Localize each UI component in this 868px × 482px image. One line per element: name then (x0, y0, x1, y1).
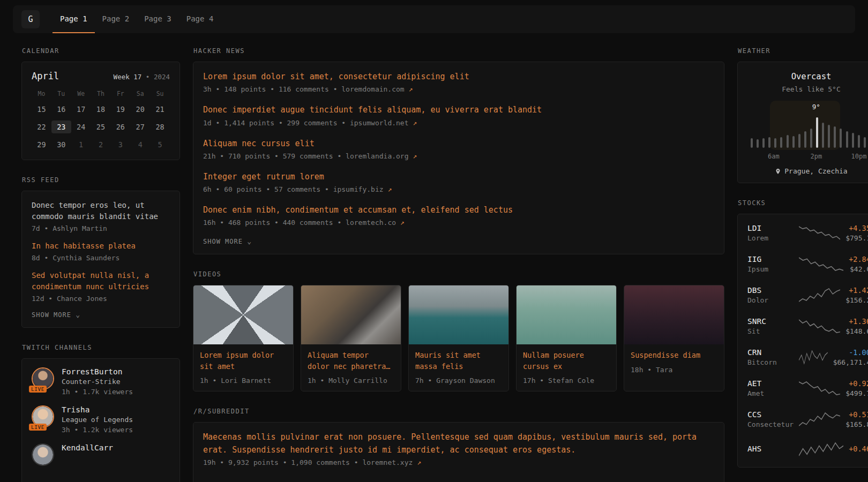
app-logo[interactable]: G (21, 10, 40, 28)
live-badge: LIVE (29, 424, 47, 431)
hackernews-item-source[interactable]: ipsumify.biz (333, 185, 384, 193)
hackernews-item-meta: 1d • 1,414 points • 299 comments • ipsum… (203, 119, 714, 127)
video-title[interactable]: Mauris sit amet massa felis (415, 350, 502, 372)
stock-price: $795.18 (845, 234, 868, 242)
hackernews-show-more-button[interactable]: SHOW MORE ⌄ (203, 237, 714, 245)
stock-sparkline (799, 411, 840, 427)
video-title[interactable]: Aliquam tempor dolor nec pharetra… (308, 350, 394, 372)
hackernews-item-title[interactable]: Aliquam nec cursus elit (203, 138, 714, 150)
rss-item-title[interactable]: Donec tempor eros leo, ut commodo mauris… (32, 200, 170, 222)
twitch-channel-name[interactable]: Trisha (62, 405, 133, 414)
twitch-channel-name[interactable]: KendallCarr (62, 443, 113, 452)
stock-row[interactable]: AET Amet +0.92% $499.72 (746, 373, 868, 404)
twitch-channel-row[interactable]: LIVE Trisha League of Legends 3h • 1.2k … (32, 405, 170, 434)
calendar-dow-label: Th (91, 90, 111, 97)
video-card[interactable]: Suspendisse diam 18h • Tara (624, 285, 724, 391)
hackernews-item-stats: 21h • 710 points • 579 comments • (203, 152, 341, 160)
stock-change: +2.84% (849, 255, 868, 263)
twitch-channel-game: Counter-Strike (62, 378, 133, 386)
hackernews-item-source[interactable]: loremlandia.org (346, 152, 408, 160)
stock-price: $156.28 (845, 296, 868, 304)
stock-change: +4.35% (845, 224, 868, 232)
video-meta: 7h • Grayson Dawson (415, 376, 502, 385)
stock-change: +0.51% (845, 410, 868, 419)
calendar-day-cell: 23 (51, 120, 71, 133)
stock-ticker: SNRC (747, 317, 794, 326)
stock-change: +1.36% (845, 317, 868, 326)
hackernews-item-title[interactable]: Integer eget rutrum lorem (203, 171, 714, 183)
subreddit-post-title[interactable]: Maecenas mollis pulvinar erat non posuer… (203, 431, 714, 456)
stock-row[interactable]: SNRC Sit +1.36% $148.64 (746, 311, 868, 342)
calendar-dow-label: Tu (51, 90, 71, 97)
stock-identity: CRN Bitcorn (747, 348, 794, 366)
stock-row[interactable]: LDI Lorem +4.35% $795.18 (746, 217, 868, 248)
stock-identity: CCS Consectetur (747, 410, 794, 428)
stock-values: +0.92% $499.72 (845, 379, 868, 397)
video-card[interactable]: Aliquam tempor dolor nec pharetra… 1h • … (301, 285, 401, 391)
twitch-channel-row[interactable]: LIVE ForrestBurton Counter-Strike 1h • 1… (32, 367, 170, 396)
video-thumbnail[interactable] (624, 285, 724, 344)
chevron-down-icon: ⌄ (247, 237, 252, 245)
video-thumbnail[interactable] (193, 285, 293, 344)
stock-sparkline (799, 225, 840, 241)
subreddit-post-source[interactable]: loremnet.xyz (362, 458, 413, 466)
video-thumbnail[interactable] (301, 285, 401, 344)
weather-hour-bar (780, 137, 782, 148)
stock-ticker: DBS (747, 286, 794, 295)
weather-hour-bar (846, 131, 848, 148)
hackernews-item: Integer eget rutrum lorem 6h • 60 points… (203, 171, 714, 193)
calendar-dow-label: Su (150, 90, 170, 97)
subreddit-post: Maecenas mollis pulvinar erat non posuer… (203, 431, 714, 466)
weather-hour-bar (787, 135, 789, 148)
stock-row[interactable]: CCS Consectetur +0.51% $165.84 (746, 404, 868, 435)
video-title[interactable]: Nullam posuere cursus ex (523, 350, 610, 372)
stock-row[interactable]: AHS +0.46% (746, 435, 868, 464)
hackernews-item-stats: 1d • 1,414 points • 299 comments • (203, 119, 346, 127)
video-thumbnail[interactable] (517, 285, 616, 344)
weather-hour-bar (864, 137, 866, 148)
video-thumbnail[interactable] (409, 285, 508, 344)
calendar-day-cell: 24 (71, 120, 91, 133)
page-tab[interactable]: Page 1 (53, 5, 95, 33)
hackernews-widget: HACKER NEWS Lorem ipsum dolor sit amet, … (193, 47, 724, 254)
video-title[interactable]: Lorem ipsum dolor sit amet consectetu… (200, 350, 287, 372)
stock-row[interactable]: IIG Ipsum +2.84% $42.04 (746, 248, 868, 280)
video-card[interactable]: Nullam posuere cursus ex 17h • Stefan Co… (516, 285, 617, 391)
hackernews-item-source[interactable]: loremtech.co (346, 219, 396, 227)
hackernews-item-source[interactable]: loremdomain.com (341, 85, 404, 93)
hackernews-item-title[interactable]: Donec imperdiet augue tincidunt felis al… (203, 104, 714, 116)
video-card[interactable]: Mauris sit amet massa felis 7h • Grayson… (408, 285, 509, 391)
stock-sparkline (799, 256, 843, 272)
stock-row[interactable]: DBS Dolor +1.42% $156.28 (746, 280, 868, 311)
weather-condition: Overcast (746, 72, 868, 81)
video-card[interactable]: Lorem ipsum dolor sit amet consectetu… 1… (193, 285, 294, 391)
weather-hour-bar (762, 138, 765, 148)
external-link-icon: ↗ (400, 219, 405, 227)
video-card-body: Mauris sit amet massa felis 7h • Grayson… (409, 344, 508, 391)
stock-row[interactable]: CRN Bitcorn -1.00% $66,171.48 (746, 342, 868, 373)
twitch-channel-row[interactable]: KendallCarr (32, 443, 170, 466)
twitch-channel-name[interactable]: ForrestBurton (62, 367, 133, 376)
hackernews-item-title[interactable]: Lorem ipsum dolor sit amet, consectetur … (203, 71, 714, 83)
page-tab[interactable]: Page 3 (137, 5, 179, 33)
hackernews-item-source[interactable]: ipsumworld.net (350, 119, 409, 127)
stock-sparkline (799, 441, 843, 457)
calendar-widget: CALENDAR April Week 17 • 2024 Mo Tu (21, 47, 180, 160)
stock-sparkline (799, 349, 828, 365)
video-title[interactable]: Suspendisse diam (631, 350, 717, 360)
page-tab[interactable]: Page 2 (95, 5, 137, 33)
page-tab[interactable]: Page 4 (179, 5, 221, 33)
stock-values: +1.36% $148.64 (845, 317, 868, 335)
hackernews-item-title[interactable]: Donec enim nibh, condimentum et accumsan… (203, 204, 714, 216)
rss-item-title[interactable]: In hac habitasse platea (32, 240, 170, 252)
weather-hour-bar (858, 135, 860, 148)
rss-show-more-button[interactable]: SHOW MORE ⌄ (32, 311, 170, 319)
calendar-card: April Week 17 • 2024 Mo Tu We (21, 62, 180, 160)
rss-item-title[interactable]: Sed volutpat nulla nisl, a condimentum n… (32, 270, 170, 292)
stock-price: $148.64 (845, 327, 868, 335)
external-link-icon: ↗ (387, 185, 392, 193)
calendar-dow-label: Sa (130, 90, 150, 97)
calendar-day-cell: 30 (51, 138, 71, 151)
calendar-dow-label: Mo (32, 90, 51, 97)
hackernews-item: Aliquam nec cursus elit 21h • 710 points… (203, 138, 714, 160)
